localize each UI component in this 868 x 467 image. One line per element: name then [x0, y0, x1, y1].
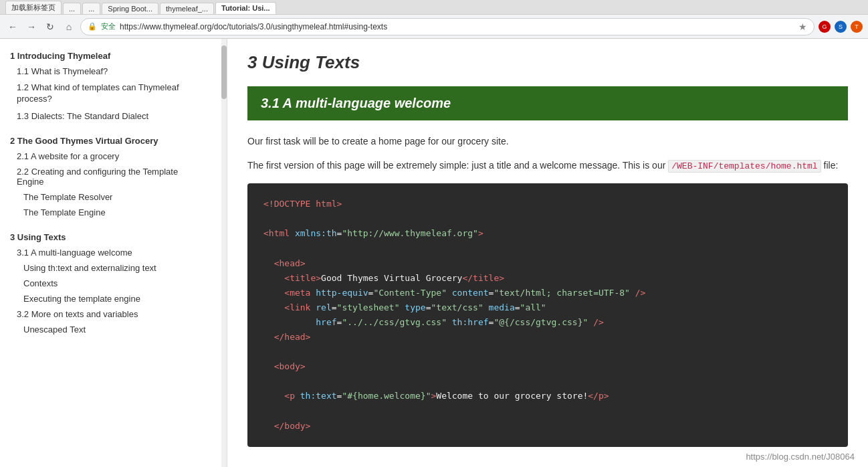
- reload-button[interactable]: ↻: [43, 19, 58, 34]
- sidebar-item-template-engine[interactable]: The Template Engine: [0, 205, 221, 220]
- sidebar-item-11[interactable]: 1.1 What is Thymeleaf?: [0, 64, 221, 79]
- content-area: 3 Using Texts 3.1 A multi-language welco…: [227, 39, 868, 467]
- main-area: 1 Introducing Thymeleaf 1.1 What is Thym…: [0, 39, 868, 467]
- para2-text-start: The first version of this page will be e…: [247, 160, 668, 171]
- extension-icon-2[interactable]: S: [835, 21, 847, 33]
- tab-5[interactable]: thymeleaf_...: [160, 3, 214, 14]
- extension-icon-1[interactable]: G: [819, 21, 831, 33]
- address-bar[interactable]: 🔒 安全 https://www.thymeleaf.org/doc/tutor…: [80, 18, 815, 35]
- paragraph-2: The first version of this page will be e…: [247, 158, 848, 174]
- sidebar-item-executing[interactable]: Executing the template engine: [0, 291, 221, 306]
- para2-text-end: file:: [821, 160, 839, 171]
- back-button[interactable]: ←: [5, 19, 20, 34]
- tab-4[interactable]: Spring Boot...: [102, 3, 158, 14]
- lock-icon: 🔒: [88, 22, 97, 31]
- address-text: https://www.thymeleaf.org/doc/tutorials/…: [120, 22, 792, 31]
- sidebar: 1 Introducing Thymeleaf 1.1 What is Thym…: [0, 39, 227, 467]
- sidebar-item-22[interactable]: 2.2 Creating and configuring the Templat…: [0, 164, 221, 189]
- sidebar-item-31[interactable]: 3.1 A multi-language welcome: [0, 245, 221, 260]
- forward-button[interactable]: →: [24, 19, 39, 34]
- sidebar-item-section-3[interactable]: 3 Using Texts: [0, 227, 221, 245]
- secure-label: 安全: [101, 21, 116, 31]
- browser-toolbar: ← → ↻ ⌂ 🔒 安全 https://www.thymeleaf.org/d…: [0, 15, 868, 39]
- sidebar-nav: 1 Introducing Thymeleaf 1.1 What is Thym…: [0, 39, 227, 344]
- tab-1[interactable]: 加载新标签页: [5, 1, 62, 14]
- sidebar-item-21[interactable]: 2.1 A website for a grocery: [0, 149, 221, 164]
- sidebar-item-unescaped[interactable]: Unescaped Text: [0, 322, 221, 337]
- browser-tabs: 加载新标签页 ... ... Spring Boot... thymeleaf_…: [0, 0, 868, 15]
- tab-6[interactable]: Tutorial: Usi...: [215, 2, 276, 14]
- sidebar-item-template-resolver[interactable]: The Template Resolver: [0, 189, 221, 205]
- sidebar-item-32[interactable]: 3.2 More on texts and variables: [0, 306, 221, 322]
- code-content: <!DOCTYPE html> <html xmlns:th="http://w…: [263, 197, 832, 434]
- inline-code-path: /WEB-INF/templates/home.html: [668, 160, 821, 173]
- tab-3[interactable]: ...: [82, 3, 100, 14]
- home-button[interactable]: ⌂: [62, 19, 76, 34]
- extension-icon-3[interactable]: T: [851, 21, 863, 33]
- sidebar-item-section-1[interactable]: 1 Introducing Thymeleaf: [0, 45, 221, 64]
- page-title: 3 Using Texts: [247, 52, 848, 73]
- bookmark-icon[interactable]: ★: [798, 21, 807, 32]
- sidebar-item-using-thtext[interactable]: Using th:text and externalizing text: [0, 260, 221, 276]
- code-block: <!DOCTYPE html> <html xmlns:th="http://w…: [247, 183, 848, 447]
- sidebar-item-13[interactable]: 1.3 Dialects: The Standard Dialect: [0, 108, 221, 124]
- section-header: 3.1 A multi-language welcome: [247, 86, 848, 120]
- sidebar-item-section-2[interactable]: 2 The Good Thymes Virtual Grocery: [0, 130, 221, 149]
- sidebar-item-contexts[interactable]: Contexts: [0, 276, 221, 291]
- tab-2[interactable]: ...: [63, 3, 81, 14]
- watermark: https://blog.csdn.net/J08064: [746, 452, 855, 462]
- paragraph-1: Our first task will be to create a home …: [247, 134, 848, 149]
- sidebar-item-12[interactable]: 1.2 What kind of templates can Thymeleaf…: [0, 79, 221, 108]
